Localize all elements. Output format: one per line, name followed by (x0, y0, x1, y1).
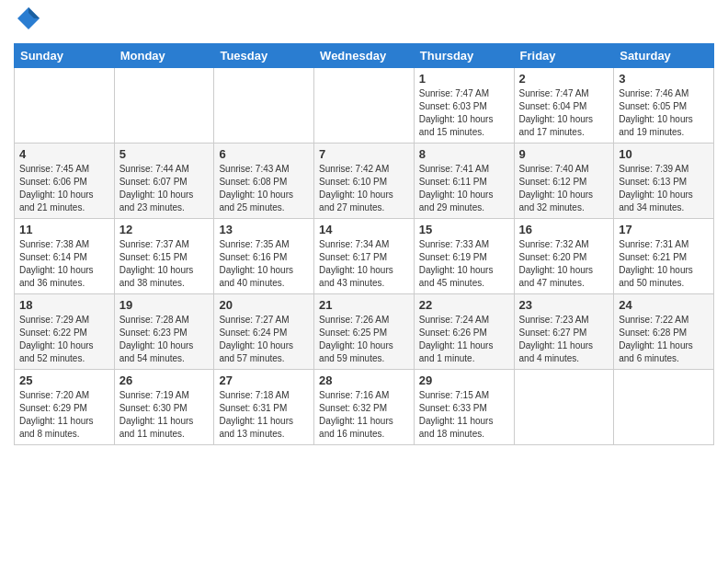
calendar-cell: 1Sunrise: 7:47 AM Sunset: 6:03 PM Daylig… (414, 68, 514, 144)
day-info: Sunrise: 7:22 AM Sunset: 6:28 PM Dayligh… (619, 314, 709, 365)
day-info: Sunrise: 7:16 AM Sunset: 6:32 PM Dayligh… (319, 389, 409, 441)
calendar-cell: 9Sunrise: 7:40 AM Sunset: 6:12 PM Daylig… (514, 144, 614, 219)
calendar-week-2: 4Sunrise: 7:45 AM Sunset: 6:06 PM Daylig… (15, 144, 714, 219)
day-number: 20 (219, 298, 309, 312)
calendar-cell: 20Sunrise: 7:27 AM Sunset: 6:24 PM Dayli… (214, 294, 314, 370)
day-info: Sunrise: 7:47 AM Sunset: 6:04 PM Dayligh… (519, 87, 609, 139)
day-info: Sunrise: 7:39 AM Sunset: 6:13 PM Dayligh… (619, 163, 709, 214)
calendar-cell: 24Sunrise: 7:22 AM Sunset: 6:28 PM Dayli… (614, 294, 714, 370)
day-number: 27 (219, 373, 309, 387)
calendar-cell: 11Sunrise: 7:38 AM Sunset: 6:14 PM Dayli… (15, 219, 115, 294)
day-number: 21 (319, 298, 409, 312)
calendar-cell: 8Sunrise: 7:41 AM Sunset: 6:11 PM Daylig… (414, 144, 514, 219)
day-number: 22 (419, 298, 509, 312)
calendar-cell: 27Sunrise: 7:18 AM Sunset: 6:31 PM Dayli… (214, 370, 314, 445)
calendar-week-1: 1Sunrise: 7:47 AM Sunset: 6:03 PM Daylig… (15, 68, 714, 144)
day-info: Sunrise: 7:18 AM Sunset: 6:31 PM Dayligh… (219, 389, 309, 441)
calendar-cell (15, 68, 115, 144)
calendar-cell: 3Sunrise: 7:46 AM Sunset: 6:05 PM Daylig… (614, 68, 714, 144)
day-number: 2 (519, 72, 609, 86)
day-number: 6 (219, 147, 309, 161)
logo-icon (16, 6, 41, 31)
day-number: 7 (319, 147, 409, 161)
calendar-week-5: 25Sunrise: 7:20 AM Sunset: 6:29 PM Dayli… (15, 370, 714, 445)
calendar-cell: 2Sunrise: 7:47 AM Sunset: 6:04 PM Daylig… (514, 68, 614, 144)
calendar-cell (514, 370, 614, 445)
header-wednesday: Wednesday (314, 44, 415, 68)
calendar-cell: 28Sunrise: 7:16 AM Sunset: 6:32 PM Dayli… (314, 370, 415, 445)
day-info: Sunrise: 7:44 AM Sunset: 6:07 PM Dayligh… (119, 163, 210, 214)
day-info: Sunrise: 7:28 AM Sunset: 6:23 PM Dayligh… (119, 314, 210, 365)
calendar: Sunday Monday Tuesday Wednesday Thursday… (14, 43, 714, 445)
day-info: Sunrise: 7:31 AM Sunset: 6:21 PM Dayligh… (619, 238, 709, 290)
day-number: 25 (19, 373, 109, 387)
calendar-week-3: 11Sunrise: 7:38 AM Sunset: 6:14 PM Dayli… (15, 219, 714, 294)
day-number: 9 (519, 147, 609, 161)
header-thursday: Thursday (414, 44, 514, 68)
day-number: 11 (19, 223, 109, 236)
calendar-cell: 21Sunrise: 7:26 AM Sunset: 6:25 PM Dayli… (314, 294, 415, 370)
day-number: 4 (19, 147, 109, 161)
calendar-cell: 4Sunrise: 7:45 AM Sunset: 6:06 PM Daylig… (15, 144, 115, 219)
day-info: Sunrise: 7:38 AM Sunset: 6:14 PM Dayligh… (19, 238, 109, 290)
header-tuesday: Tuesday (214, 44, 314, 68)
header-monday: Monday (114, 44, 214, 68)
calendar-cell: 23Sunrise: 7:23 AM Sunset: 6:27 PM Dayli… (514, 294, 614, 370)
day-info: Sunrise: 7:27 AM Sunset: 6:24 PM Dayligh… (219, 314, 309, 365)
day-info: Sunrise: 7:33 AM Sunset: 6:19 PM Dayligh… (419, 238, 509, 290)
day-number: 13 (219, 223, 309, 236)
calendar-header: Sunday Monday Tuesday Wednesday Thursday… (15, 44, 714, 68)
day-info: Sunrise: 7:26 AM Sunset: 6:25 PM Dayligh… (319, 314, 409, 365)
calendar-cell: 12Sunrise: 7:37 AM Sunset: 6:15 PM Dayli… (114, 219, 214, 294)
day-info: Sunrise: 7:40 AM Sunset: 6:12 PM Dayligh… (519, 163, 609, 214)
calendar-cell (614, 370, 714, 445)
day-number: 8 (419, 147, 509, 161)
header-friday: Friday (514, 44, 614, 68)
day-number: 5 (119, 147, 210, 161)
day-info: Sunrise: 7:32 AM Sunset: 6:20 PM Dayligh… (519, 238, 609, 290)
day-info: Sunrise: 7:20 AM Sunset: 6:29 PM Dayligh… (19, 389, 109, 441)
day-info: Sunrise: 7:43 AM Sunset: 6:08 PM Dayligh… (219, 163, 309, 214)
header-sunday: Sunday (15, 44, 115, 68)
calendar-cell: 10Sunrise: 7:39 AM Sunset: 6:13 PM Dayli… (614, 144, 714, 219)
day-number: 23 (519, 298, 609, 312)
calendar-cell: 14Sunrise: 7:34 AM Sunset: 6:17 PM Dayli… (314, 219, 415, 294)
day-number: 17 (619, 223, 709, 236)
calendar-cell: 15Sunrise: 7:33 AM Sunset: 6:19 PM Dayli… (414, 219, 514, 294)
day-info: Sunrise: 7:35 AM Sunset: 6:16 PM Dayligh… (219, 238, 309, 290)
calendar-cell: 17Sunrise: 7:31 AM Sunset: 6:21 PM Dayli… (614, 219, 714, 294)
day-info: Sunrise: 7:19 AM Sunset: 6:30 PM Dayligh… (119, 389, 210, 441)
header (14, 9, 714, 36)
day-number: 1 (419, 72, 509, 86)
calendar-cell: 16Sunrise: 7:32 AM Sunset: 6:20 PM Dayli… (514, 219, 614, 294)
day-info: Sunrise: 7:42 AM Sunset: 6:10 PM Dayligh… (319, 163, 409, 214)
calendar-cell: 19Sunrise: 7:28 AM Sunset: 6:23 PM Dayli… (114, 294, 214, 370)
header-saturday: Saturday (614, 44, 714, 68)
day-number: 16 (519, 223, 609, 236)
calendar-cell (314, 68, 415, 144)
day-number: 10 (619, 147, 709, 161)
day-number: 3 (619, 72, 709, 86)
calendar-body: 1Sunrise: 7:47 AM Sunset: 6:03 PM Daylig… (15, 68, 714, 445)
calendar-cell: 22Sunrise: 7:24 AM Sunset: 6:26 PM Dayli… (414, 294, 514, 370)
calendar-cell: 29Sunrise: 7:15 AM Sunset: 6:33 PM Dayli… (414, 370, 514, 445)
day-info: Sunrise: 7:34 AM Sunset: 6:17 PM Dayligh… (319, 238, 409, 290)
calendar-cell: 25Sunrise: 7:20 AM Sunset: 6:29 PM Dayli… (15, 370, 115, 445)
calendar-cell (114, 68, 214, 144)
day-number: 14 (319, 223, 409, 236)
logo-text (14, 14, 41, 36)
calendar-cell (214, 68, 314, 144)
day-number: 19 (119, 298, 210, 312)
calendar-cell: 7Sunrise: 7:42 AM Sunset: 6:10 PM Daylig… (314, 144, 415, 219)
page: Sunday Monday Tuesday Wednesday Thursday… (0, 0, 728, 454)
calendar-cell: 26Sunrise: 7:19 AM Sunset: 6:30 PM Dayli… (114, 370, 214, 445)
day-info: Sunrise: 7:29 AM Sunset: 6:22 PM Dayligh… (19, 314, 109, 365)
day-number: 18 (19, 298, 109, 312)
day-info: Sunrise: 7:37 AM Sunset: 6:15 PM Dayligh… (119, 238, 210, 290)
day-number: 12 (119, 223, 210, 236)
day-info: Sunrise: 7:23 AM Sunset: 6:27 PM Dayligh… (519, 314, 609, 365)
day-headers-row: Sunday Monday Tuesday Wednesday Thursday… (15, 44, 714, 68)
day-number: 29 (419, 373, 509, 387)
day-info: Sunrise: 7:46 AM Sunset: 6:05 PM Dayligh… (619, 87, 709, 139)
calendar-cell: 5Sunrise: 7:44 AM Sunset: 6:07 PM Daylig… (114, 144, 214, 219)
